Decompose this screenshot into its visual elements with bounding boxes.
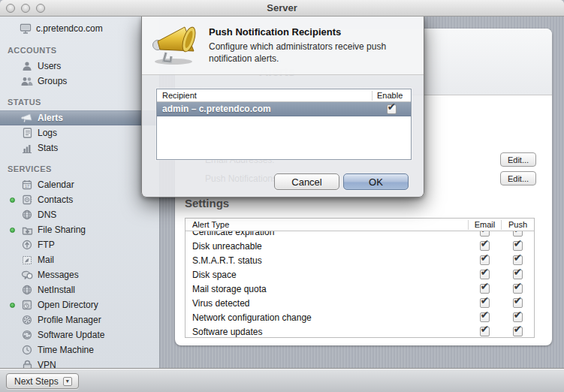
sidebar-item-vpn[interactable]: VPN [0, 357, 159, 368]
email-cell: ✔ [468, 231, 501, 237]
sidebar-item-label: DNS [38, 210, 56, 220]
sidebar-item-calendar[interactable]: 17Calendar [0, 177, 159, 192]
checkbox-checked[interactable]: ✔ [513, 327, 523, 336]
checkmark-icon: ✔ [514, 323, 523, 335]
cancel-button[interactable]: Cancel [274, 173, 339, 190]
sidebar-item-groups[interactable]: Groups [0, 74, 159, 89]
checkbox-checked[interactable]: ✔ [480, 270, 490, 279]
checkbox-checked[interactable]: ✔ [480, 327, 490, 336]
server-label: c.pretendco.com [36, 23, 103, 34]
next-steps-label: Next Steps [14, 376, 59, 387]
sidebar-item-users[interactable]: Users [0, 59, 159, 74]
gear-icon [21, 315, 33, 326]
column-enable[interactable]: Enable [372, 91, 411, 101]
sidebar-item-mail[interactable]: Mail [0, 252, 159, 267]
push-cell: ✔ [501, 327, 534, 336]
sidebar-item-contacts[interactable]: Contacts [0, 192, 159, 207]
alert-settings-table: Alert Type Email Push Certificate expira… [185, 218, 535, 338]
users-icon [21, 76, 33, 87]
sidebar-section-status: STATUS [0, 98, 159, 110]
sidebar-item-file-sharing[interactable]: File Sharing [0, 222, 159, 237]
email-cell: ✔ [468, 327, 501, 336]
sidebar-item-messages[interactable]: Messages [0, 267, 159, 282]
directory-icon [21, 300, 33, 311]
sidebar-item-label: VPN [38, 360, 56, 368]
checkmark-icon: ✔ [481, 280, 490, 292]
checkbox-checked[interactable]: ✔ [480, 298, 490, 308]
edit-button[interactable]: Edit... [500, 171, 536, 185]
checkbox-checked[interactable]: ✔ [480, 241, 490, 251]
running-status-dot [10, 198, 15, 203]
sidebar-item-software-update[interactable]: Software Update [0, 327, 159, 342]
checkmark-icon: ✔ [514, 231, 523, 235]
checkmark-icon: ✔ [514, 294, 523, 306]
sidebar-item-label: Calendar [38, 179, 74, 190]
sidebar-item-logs[interactable]: Logs [0, 125, 159, 140]
checkbox-checked[interactable]: ✔ [513, 241, 523, 251]
sidebar-item-label: Profile Manager [38, 315, 101, 325]
email-cell: ✔ [468, 270, 501, 279]
push-cell: ✔ [501, 284, 534, 294]
edit-button[interactable]: Edit... [500, 152, 536, 167]
alert-type-label: Mail storage quota [185, 284, 468, 294]
checkbox-checked[interactable]: ✔ [480, 284, 490, 294]
sidebar-item-label: NetInstall [38, 285, 75, 295]
computer-icon [20, 23, 32, 35]
column-email[interactable]: Email [468, 220, 501, 230]
table-row[interactable]: admin – c.pretendco.com✔ [157, 102, 411, 116]
sidebar-item-dns[interactable]: DNS [0, 207, 159, 222]
next-steps-button[interactable]: Next Steps ▾ [6, 373, 79, 389]
recipients-table-header: Recipient Enable [157, 89, 411, 102]
checkbox-checked[interactable]: ✔ [513, 312, 523, 322]
checkbox-checked[interactable]: ✔ [513, 284, 523, 294]
checkbox-checked[interactable]: ✔ [513, 231, 523, 237]
push-recipients-sheet: Push Notification Recipients Configure w… [141, 17, 424, 198]
checkbox-checked[interactable]: ✔ [513, 255, 523, 265]
sidebar-item-label: Logs [38, 128, 57, 138]
checkbox-checked[interactable]: ✔ [480, 255, 490, 265]
alert-type-label: Network configuration change [185, 312, 468, 323]
sidebar-item-netinstall[interactable]: NetInstall [0, 282, 159, 297]
email-cell: ✔ [468, 255, 501, 265]
mail-icon [21, 255, 33, 266]
sidebar-item-label: File Sharing [38, 225, 86, 235]
lock-icon [21, 360, 33, 369]
sheet-title: Push Notification Recipients [209, 26, 341, 38]
checkbox-checked[interactable]: ✔ [513, 298, 523, 308]
sidebar-item-open-directory[interactable]: Open Directory [0, 297, 159, 312]
alert-table-header: Alert Type Email Push [185, 219, 534, 231]
push-cell: ✔ [501, 231, 534, 237]
update-icon [21, 330, 33, 341]
alert-type-label: Software updates [185, 327, 468, 337]
sidebar-item-label: Users [38, 61, 61, 71]
sidebar-item-stats[interactable]: Stats [0, 140, 159, 155]
sheet-header: Push Notification Recipients Configure w… [142, 17, 424, 75]
enable-cell: ✔ [372, 104, 411, 114]
checkmark-icon: ✔ [481, 252, 490, 264]
sidebar-item-alerts[interactable]: Alerts [0, 110, 159, 125]
push-cell: ✔ [501, 298, 534, 308]
checkbox-checked[interactable]: ✔ [387, 104, 397, 114]
column-alert-type[interactable]: Alert Type [185, 220, 468, 229]
title-bar: Server [0, 0, 564, 17]
alert-type-label: Certificate expiration [185, 231, 468, 237]
table-row[interactable]: Software updates✔✔ [185, 324, 534, 337]
user-icon [21, 61, 33, 72]
checkmark-icon: ✔ [481, 294, 490, 306]
column-recipient[interactable]: Recipient [157, 91, 372, 100]
sidebar-item-time-machine[interactable]: Time Machine [0, 342, 159, 357]
stats-icon [21, 143, 33, 154]
sidebar-item-ftp[interactable]: FTP [0, 237, 159, 252]
checkbox-checked[interactable]: ✔ [480, 231, 490, 237]
sidebar-item-profile-manager[interactable]: Profile Manager [0, 312, 159, 327]
checkbox-checked[interactable]: ✔ [513, 270, 523, 279]
checkmark-icon: ✔ [514, 266, 523, 278]
checkbox-checked[interactable]: ✔ [480, 312, 490, 322]
sidebar-item-label: Alerts [38, 113, 63, 123]
calendar-icon: 17 [21, 179, 33, 191]
sidebar-item-server[interactable]: c.pretendco.com [0, 20, 159, 37]
ok-button[interactable]: OK [343, 173, 409, 190]
column-push[interactable]: Push [501, 220, 534, 230]
sidebar: c.pretendco.com ACCOUNTSUsersGroupsSTATU… [0, 17, 160, 368]
chat-icon [21, 270, 33, 281]
